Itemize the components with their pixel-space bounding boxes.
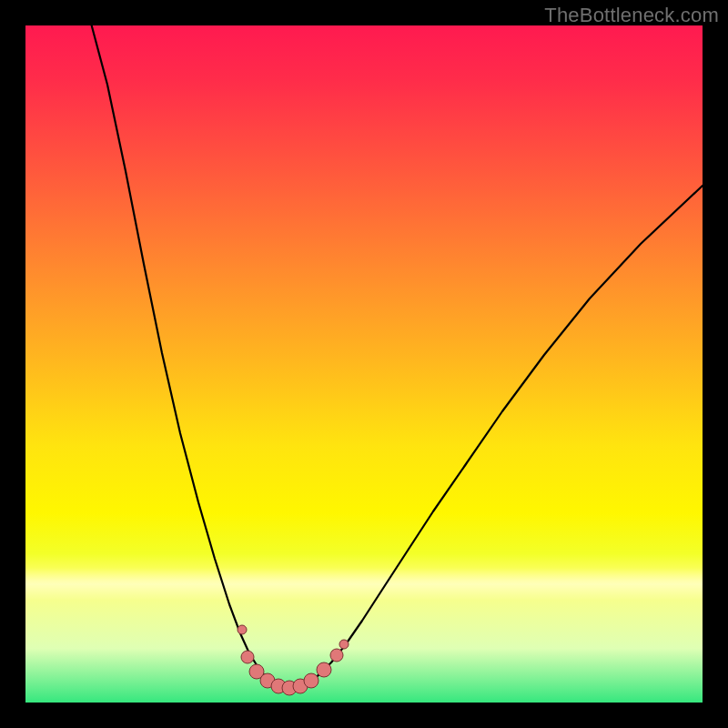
curve-right: [289, 186, 703, 688]
data-dot: [241, 651, 254, 663]
chart-frame: TheBottleneck.com: [0, 0, 728, 728]
watermark-text: TheBottleneck.com: [544, 4, 719, 27]
data-dot: [304, 673, 318, 688]
plot-area: [25, 25, 703, 703]
curve-left: [89, 25, 289, 688]
data-dot: [330, 649, 343, 662]
data-dot: [317, 662, 331, 677]
curve-layer: [25, 25, 703, 703]
data-dot: [339, 640, 349, 649]
data-dot: [238, 625, 247, 634]
